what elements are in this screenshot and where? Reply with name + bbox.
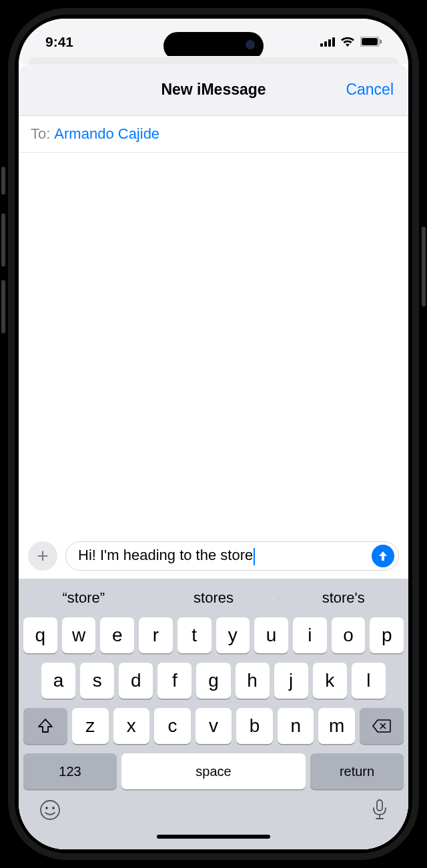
camera-dot xyxy=(246,40,255,49)
key-l[interactable]: l xyxy=(352,663,386,699)
svg-rect-2 xyxy=(328,39,331,47)
space-key[interactable]: space xyxy=(121,753,306,789)
battery-icon xyxy=(360,34,382,50)
svg-rect-6 xyxy=(380,40,382,44)
svg-point-8 xyxy=(45,807,48,809)
key-k[interactable]: k xyxy=(313,663,347,699)
home-indicator[interactable] xyxy=(19,829,408,849)
emoji-icon xyxy=(39,799,61,821)
status-time: 9:41 xyxy=(45,34,73,50)
cellular-icon xyxy=(320,34,335,50)
key-p[interactable]: p xyxy=(370,617,404,653)
key-j[interactable]: j xyxy=(274,663,308,699)
add-attachment-button[interactable]: + xyxy=(28,541,57,571)
key-z[interactable]: z xyxy=(72,708,109,744)
shift-icon xyxy=(37,719,53,733)
to-label: To: xyxy=(31,125,50,143)
svg-rect-1 xyxy=(324,41,327,47)
key-a[interactable]: a xyxy=(41,663,75,699)
key-o[interactable]: o xyxy=(332,617,366,653)
suggestion-3[interactable]: store's xyxy=(278,589,408,607)
key-g[interactable]: g xyxy=(196,663,230,699)
wifi-icon xyxy=(340,34,355,50)
svg-rect-5 xyxy=(362,38,378,45)
key-q[interactable]: q xyxy=(23,617,57,653)
backspace-icon xyxy=(372,719,391,733)
key-s[interactable]: s xyxy=(80,663,114,699)
shift-key[interactable] xyxy=(23,708,67,744)
send-button[interactable] xyxy=(372,545,394,567)
key-v[interactable]: v xyxy=(195,708,232,744)
backspace-key[interactable] xyxy=(360,708,404,744)
keyboard: “store” stores store's q w e r t y u i o… xyxy=(19,579,408,849)
svg-rect-10 xyxy=(377,800,382,811)
text-cursor xyxy=(254,548,255,565)
dictation-button[interactable] xyxy=(371,799,388,824)
sheet-header: New iMessage Cancel xyxy=(19,64,408,116)
key-h[interactable]: h xyxy=(236,663,270,699)
svg-point-7 xyxy=(41,801,59,819)
svg-rect-3 xyxy=(332,37,335,47)
key-f[interactable]: f xyxy=(157,663,191,699)
compose-bar: + Hi! I'm heading to the store xyxy=(19,535,408,579)
message-text: Hi! I'm heading to the store xyxy=(78,547,253,563)
plus-icon: + xyxy=(37,545,49,567)
message-input[interactable]: Hi! I'm heading to the store xyxy=(65,541,399,571)
recipient-name: Armando Cajide xyxy=(54,125,159,143)
key-d[interactable]: d xyxy=(119,663,153,699)
microphone-icon xyxy=(371,799,388,821)
svg-rect-0 xyxy=(320,43,323,47)
key-t[interactable]: t xyxy=(177,617,211,653)
arrow-up-icon xyxy=(377,550,389,562)
numbers-key[interactable]: 123 xyxy=(23,753,117,789)
key-r[interactable]: r xyxy=(139,617,173,653)
key-u[interactable]: u xyxy=(254,617,288,653)
key-y[interactable]: y xyxy=(216,617,250,653)
return-key[interactable]: return xyxy=(310,753,404,789)
sheet-title: New iMessage xyxy=(161,81,266,99)
suggestion-bar: “store” stores store's xyxy=(19,579,408,617)
key-i[interactable]: i xyxy=(293,617,327,653)
key-b[interactable]: b xyxy=(236,708,273,744)
new-message-sheet: New iMessage Cancel To: Armando Cajide +… xyxy=(19,64,408,849)
phone-frame: 9:41 New iMessage Cancel To: xyxy=(8,8,419,860)
suggestion-1[interactable]: “store” xyxy=(19,589,149,607)
recipient-field[interactable]: To: Armando Cajide xyxy=(19,116,408,153)
key-e[interactable]: e xyxy=(100,617,134,653)
svg-point-9 xyxy=(52,807,55,809)
cancel-button[interactable]: Cancel xyxy=(346,81,394,99)
key-n[interactable]: n xyxy=(278,708,314,744)
key-w[interactable]: w xyxy=(62,617,96,653)
key-x[interactable]: x xyxy=(113,708,150,744)
conversation-area xyxy=(19,153,408,535)
key-m[interactable]: m xyxy=(318,708,355,744)
key-c[interactable]: c xyxy=(154,708,191,744)
suggestion-2[interactable]: stores xyxy=(149,589,279,607)
sheet-background-hint xyxy=(19,56,408,64)
emoji-button[interactable] xyxy=(39,799,61,824)
